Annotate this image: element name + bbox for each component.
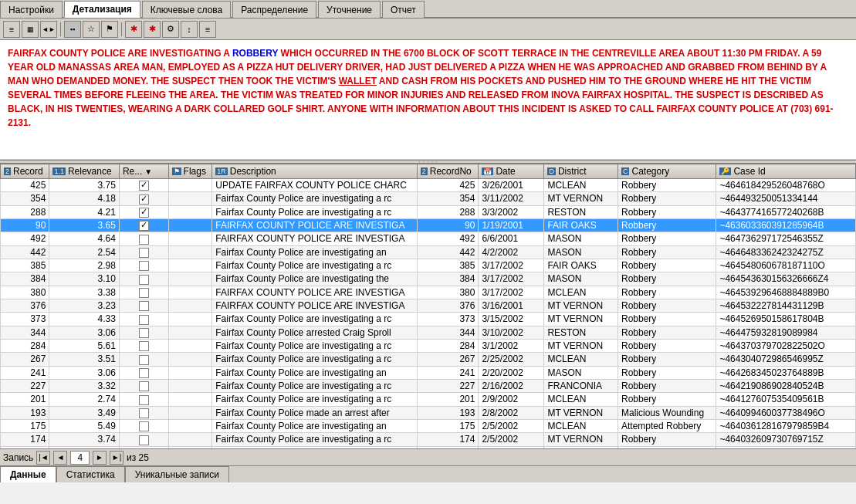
cell-re[interactable] — [119, 353, 168, 366]
toolbar-btn-5[interactable]: ☆ — [83, 21, 100, 38]
nav-next[interactable]: ► — [93, 451, 107, 465]
table-row[interactable]: 376 3.23 FAIRFAX COUNTY POLICE ARE INVES… — [1, 299, 856, 312]
col-date[interactable]: 📅 Date — [479, 164, 544, 179]
cell-re[interactable] — [119, 366, 168, 379]
bottom-tab-unique[interactable]: Уникальные записи — [125, 466, 229, 482]
cell-recordno: 442 — [417, 245, 479, 259]
re-checkbox[interactable] — [139, 261, 149, 271]
toolbar-btn-7[interactable]: ✱ — [125, 21, 142, 38]
table-row[interactable]: 284 5.61 Fairfax County Police are inves… — [1, 339, 856, 352]
toolbar-btn-8[interactable]: ✱ — [144, 21, 161, 38]
re-checkbox[interactable] — [139, 235, 149, 245]
table-container[interactable]: 2 Record 1.1 Relevance Re... ▼ — [0, 164, 856, 448]
re-checkbox[interactable] — [139, 194, 149, 205]
cell-re[interactable] — [119, 313, 168, 326]
table-row[interactable]: 193 3.49 Fairfax County Police made an a… — [1, 406, 856, 419]
col-category[interactable]: C Category — [617, 164, 716, 179]
re-checkbox[interactable] — [139, 275, 149, 285]
table-row[interactable]: 354 4.18 Fairfax County Police are inves… — [1, 192, 856, 205]
table-row[interactable]: 201 2.74 Fairfax County Police are inves… — [1, 393, 856, 406]
col-re[interactable]: Re... ▼ — [119, 164, 168, 179]
toolbar-btn-2[interactable]: ▦ — [22, 21, 39, 38]
re-checkbox[interactable] — [139, 221, 149, 231]
toolbar-btn-10[interactable]: ↕ — [181, 21, 198, 38]
cell-re[interactable] — [119, 393, 168, 406]
re-checkbox[interactable] — [139, 368, 149, 378]
cell-re[interactable] — [119, 433, 168, 446]
table-row[interactable]: 442 2.54 Fairfax County Police are inves… — [1, 245, 856, 259]
re-checkbox[interactable] — [139, 248, 149, 258]
table-row[interactable]: 425 3.75 UPDATE FAIRFAX COUNTY POLICE CH… — [1, 179, 856, 192]
toolbar-btn-9[interactable]: ⚙ — [162, 21, 179, 38]
cell-description: Fairfax County Police are investigating … — [212, 313, 418, 326]
cell-date: 3/17/2002 — [479, 272, 544, 286]
re-checkbox[interactable] — [139, 421, 149, 431]
table-row[interactable]: 380 3.38 FAIRFAX COUNTY POLICE ARE INVES… — [1, 286, 856, 299]
toolbar-btn-1[interactable]: ≡ — [3, 21, 20, 38]
cell-re[interactable] — [119, 245, 168, 259]
cell-re[interactable] — [119, 272, 168, 286]
table-row[interactable]: 174 3.74 Fairfax County Police are inves… — [1, 433, 856, 446]
tab-klyuchevye[interactable]: Ключевые слова — [142, 1, 231, 18]
re-checkbox[interactable] — [139, 355, 149, 365]
re-checkbox[interactable] — [139, 288, 149, 298]
re-checkbox[interactable] — [139, 395, 149, 405]
table-row[interactable]: 384 3.10 Fairfax County Police are inves… — [1, 272, 856, 286]
re-checkbox[interactable] — [139, 315, 149, 325]
table-row[interactable]: 288 4.21 Fairfax County Police are inves… — [1, 205, 856, 218]
table-row[interactable]: 90 3.65 FAIRFAX COUNTY POLICE ARE INVEST… — [1, 218, 856, 232]
col-description[interactable]: 1R Description — [212, 164, 418, 179]
table-row[interactable]: 175 5.49 Fairfax County Police are inves… — [1, 419, 856, 432]
status-bar: Запись |◄ ◄ 4 ► ►| из 25 — [0, 448, 856, 465]
bottom-tab-stats[interactable]: Статистика — [56, 466, 125, 482]
re-checkbox[interactable] — [139, 341, 149, 351]
tab-detalizaciya[interactable]: Детализация — [64, 1, 140, 18]
cell-re[interactable] — [119, 218, 168, 232]
nav-prev[interactable]: ◄ — [53, 451, 67, 465]
table-row[interactable]: 492 4.64 FAIRFAX COUNTY POLICE ARE INVES… — [1, 232, 856, 245]
col-relevance[interactable]: 1.1 Relevance — [49, 164, 120, 179]
cell-re[interactable] — [119, 259, 168, 272]
col-district[interactable]: D District — [544, 164, 618, 179]
cell-re[interactable] — [119, 179, 168, 192]
toolbar-btn-4[interactable]: ▪▪ — [64, 21, 81, 38]
col-caseid[interactable]: 🔑 Case Id — [716, 164, 856, 179]
table-row[interactable]: 241 3.06 Fairfax County Police are inves… — [1, 366, 856, 379]
table-row[interactable]: 344 3.06 Fairfax County Police arrested … — [1, 326, 856, 339]
col-record[interactable]: 2 Record — [1, 164, 49, 179]
cell-re[interactable] — [119, 326, 168, 339]
re-checkbox[interactable] — [139, 328, 149, 338]
cell-re[interactable] — [119, 339, 168, 352]
re-checkbox[interactable] — [139, 408, 149, 418]
cell-re[interactable] — [119, 299, 168, 312]
nav-last[interactable]: ►| — [110, 451, 123, 465]
re-checkbox[interactable] — [139, 435, 149, 445]
toolbar-sep-2 — [121, 22, 122, 36]
col-flags[interactable]: ⚑ Flags — [168, 164, 212, 179]
cell-re[interactable] — [119, 232, 168, 245]
table-row[interactable]: 385 2.98 Fairfax County Police are inves… — [1, 259, 856, 272]
toolbar-btn-11[interactable]: ≡ — [199, 21, 216, 38]
col-recordno[interactable]: 2 RecordNo — [417, 164, 479, 179]
cell-re[interactable] — [119, 379, 168, 392]
re-checkbox[interactable] — [139, 301, 149, 311]
table-row[interactable]: 227 3.32 Fairfax County Police are inves… — [1, 379, 856, 392]
toolbar-btn-6[interactable]: ⚑ — [101, 21, 118, 38]
cell-re[interactable] — [119, 205, 168, 218]
cell-re[interactable] — [119, 406, 168, 419]
re-checkbox[interactable] — [139, 181, 149, 191]
toolbar-btn-3[interactable]: ◄► — [40, 21, 57, 38]
cell-re[interactable] — [119, 192, 168, 205]
re-checkbox[interactable] — [139, 381, 149, 391]
bottom-tab-data[interactable]: Данные — [0, 466, 56, 482]
cell-re[interactable] — [119, 286, 168, 299]
cell-re[interactable] — [119, 419, 168, 432]
re-checkbox[interactable] — [139, 208, 149, 218]
table-row[interactable]: 267 3.51 Fairfax County Police are inves… — [1, 353, 856, 366]
table-row[interactable]: 373 4.33 Fairfax County Police are inves… — [1, 313, 856, 326]
tab-otchet[interactable]: Отчет — [382, 1, 425, 18]
tab-nastroyki[interactable]: Настройки — [0, 1, 63, 18]
nav-first[interactable]: |◄ — [36, 451, 50, 465]
tab-utochnenie[interactable]: Уточнение — [318, 1, 381, 18]
tab-raspredelenie[interactable]: Распределение — [232, 1, 316, 18]
